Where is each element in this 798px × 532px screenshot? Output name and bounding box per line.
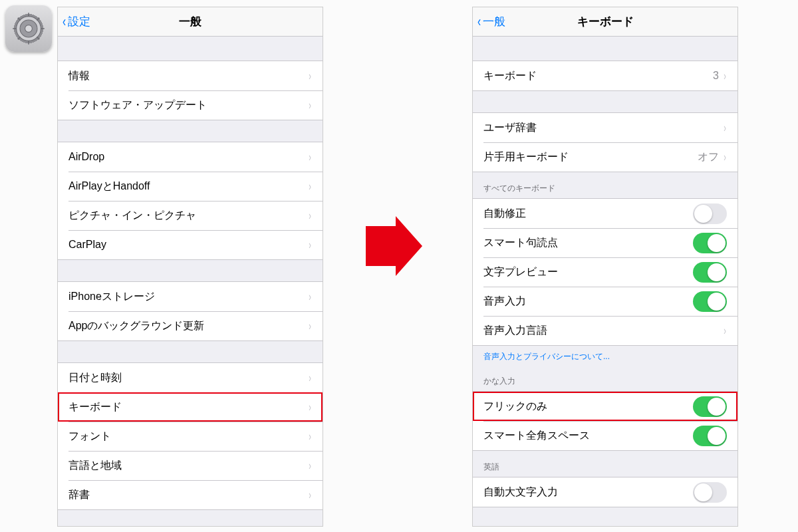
chevron-right-icon: › bbox=[309, 319, 311, 333]
row-label: 辞書 bbox=[68, 488, 308, 502]
chevron-right-icon: › bbox=[309, 488, 311, 502]
row-label: 言語と地域 bbox=[68, 459, 308, 473]
toggle-switch[interactable] bbox=[693, 203, 727, 224]
row-label: iPhoneストレージ bbox=[68, 290, 308, 304]
chevron-right-icon: › bbox=[724, 121, 726, 135]
row-label: 自動大文字入力 bbox=[483, 485, 693, 499]
section-footer-link[interactable]: 音声入力とプライバシーについて... bbox=[473, 346, 737, 365]
settings-row: 自動修正 bbox=[473, 199, 737, 228]
nav-back-label: 設定 bbox=[68, 14, 90, 29]
row-label: キーボード bbox=[483, 69, 713, 83]
chevron-right-icon: › bbox=[309, 98, 311, 112]
settings-row[interactable]: 音声入力言語› bbox=[473, 316, 737, 345]
settings-row[interactable]: 日付と時刻› bbox=[58, 363, 323, 392]
toggle-knob bbox=[694, 205, 712, 223]
row-label: ソフトウェア・アップデート bbox=[68, 98, 308, 112]
row-label: 情報 bbox=[68, 69, 308, 83]
flow-arrow-icon bbox=[359, 213, 426, 282]
row-label: 文字プレビュー bbox=[483, 265, 693, 279]
settings-row: 自動大文字入力 bbox=[473, 477, 737, 507]
settings-row[interactable]: キーボード› bbox=[58, 392, 323, 422]
settings-group: 自動大文字入力 bbox=[473, 477, 737, 507]
screen-keyboard: ‹ 一般 キーボード キーボード3›ユーザ辞書›片手用キーボードオフ›すべてのキ… bbox=[472, 7, 738, 527]
row-label: 音声入力言語 bbox=[483, 324, 723, 338]
row-label: 日付と時刻 bbox=[68, 371, 308, 385]
toggle-switch[interactable] bbox=[693, 233, 727, 253]
toggle-knob bbox=[708, 427, 726, 445]
row-label: 自動修正 bbox=[483, 207, 693, 221]
toggle-switch[interactable] bbox=[693, 262, 727, 283]
section-header: かな入力 bbox=[483, 376, 727, 387]
row-label: キーボード bbox=[68, 400, 308, 414]
settings-row[interactable]: AirDrop› bbox=[58, 142, 323, 172]
settings-row[interactable]: iPhoneストレージ› bbox=[58, 282, 323, 311]
settings-group: キーボード3› bbox=[473, 61, 737, 91]
settings-row: スマート全角スペース bbox=[473, 421, 737, 450]
row-label: AirDrop bbox=[68, 151, 308, 163]
toggle-switch[interactable] bbox=[693, 426, 727, 446]
nav-back-button[interactable]: ‹ 設定 bbox=[58, 14, 90, 29]
row-label: Appのバックグラウンド更新 bbox=[68, 319, 308, 333]
row-label: CarPlay bbox=[68, 239, 308, 251]
chevron-right-icon: › bbox=[309, 238, 311, 252]
screen-general: ‹ 設定 一般 情報›ソフトウェア・アップデート›AirDrop›AirPlay… bbox=[57, 7, 323, 527]
svg-line-9 bbox=[37, 18, 39, 21]
svg-line-8 bbox=[37, 37, 39, 39]
settings-group: ユーザ辞書›片手用キーボードオフ› bbox=[473, 112, 737, 172]
chevron-right-icon: › bbox=[309, 290, 311, 304]
settings-group: 自動修正スマート句読点文字プレビュー音声入力音声入力言語› bbox=[473, 198, 737, 346]
nav-title: 一般 bbox=[58, 14, 323, 29]
svg-line-10 bbox=[18, 37, 21, 39]
nav-title: キーボード bbox=[473, 14, 737, 29]
toggle-switch[interactable] bbox=[693, 482, 727, 503]
svg-marker-11 bbox=[366, 216, 422, 276]
settings-row: スマート句読点 bbox=[473, 228, 737, 257]
chevron-right-icon: › bbox=[309, 150, 311, 164]
navbar-keyboard: ‹ 一般 キーボード bbox=[473, 7, 737, 37]
navbar-general: ‹ 設定 一般 bbox=[58, 7, 323, 37]
row-label: 音声入力 bbox=[483, 295, 693, 309]
settings-group: 情報›ソフトウェア・アップデート› bbox=[58, 61, 323, 120]
toggle-knob bbox=[694, 483, 712, 501]
settings-row[interactable]: キーボード3› bbox=[473, 61, 737, 90]
chevron-left-icon: ‹ bbox=[63, 15, 66, 29]
settings-group: AirDrop›AirPlayとHandoff›ピクチャ・イン・ピクチャ›Car… bbox=[58, 142, 323, 260]
settings-row: 文字プレビュー bbox=[473, 257, 737, 287]
settings-row[interactable]: ピクチャ・イン・ピクチャ› bbox=[58, 201, 323, 230]
settings-row: 音声入力 bbox=[473, 287, 737, 316]
settings-row[interactable]: 辞書› bbox=[58, 480, 323, 509]
row-label: ユーザ辞書 bbox=[483, 121, 723, 135]
settings-group: iPhoneストレージ›Appのバックグラウンド更新› bbox=[58, 281, 323, 341]
chevron-right-icon: › bbox=[724, 69, 726, 83]
toggle-switch[interactable] bbox=[693, 396, 727, 417]
row-label: ピクチャ・イン・ピクチャ bbox=[68, 209, 308, 223]
settings-app-icon bbox=[5, 5, 52, 52]
row-label: AirPlayとHandoff bbox=[68, 180, 308, 194]
toggle-knob bbox=[708, 398, 726, 416]
toggle-switch[interactable] bbox=[693, 291, 727, 312]
chevron-right-icon: › bbox=[724, 324, 726, 338]
settings-row[interactable]: 片手用キーボードオフ› bbox=[473, 142, 737, 172]
settings-row[interactable]: 情報› bbox=[58, 61, 323, 90]
settings-row[interactable]: 言語と地域› bbox=[58, 451, 323, 480]
row-label: フリックのみ bbox=[483, 400, 693, 414]
settings-row[interactable]: ユーザ辞書› bbox=[473, 113, 737, 142]
toggle-knob bbox=[708, 293, 726, 311]
row-label: フォント bbox=[68, 430, 308, 444]
chevron-right-icon: › bbox=[309, 180, 311, 194]
row-label: スマート句読点 bbox=[483, 236, 693, 250]
settings-group: 日付と時刻›キーボード›フォント›言語と地域›辞書› bbox=[58, 362, 323, 510]
chevron-right-icon: › bbox=[309, 209, 311, 223]
chevron-right-icon: › bbox=[309, 459, 311, 473]
settings-row[interactable]: ソフトウェア・アップデート› bbox=[58, 90, 323, 120]
chevron-right-icon: › bbox=[309, 69, 311, 83]
row-value: オフ bbox=[698, 150, 719, 164]
nav-back-button[interactable]: ‹ 一般 bbox=[473, 14, 505, 29]
settings-row[interactable]: CarPlay› bbox=[58, 230, 323, 259]
settings-row[interactable]: Appのバックグラウンド更新› bbox=[58, 311, 323, 340]
settings-row[interactable]: フォント› bbox=[58, 422, 323, 451]
settings-row[interactable]: AirPlayとHandoff› bbox=[58, 172, 323, 201]
nav-back-label: 一般 bbox=[483, 14, 505, 29]
row-label: 片手用キーボード bbox=[483, 150, 698, 164]
chevron-left-icon: ‹ bbox=[477, 15, 481, 29]
